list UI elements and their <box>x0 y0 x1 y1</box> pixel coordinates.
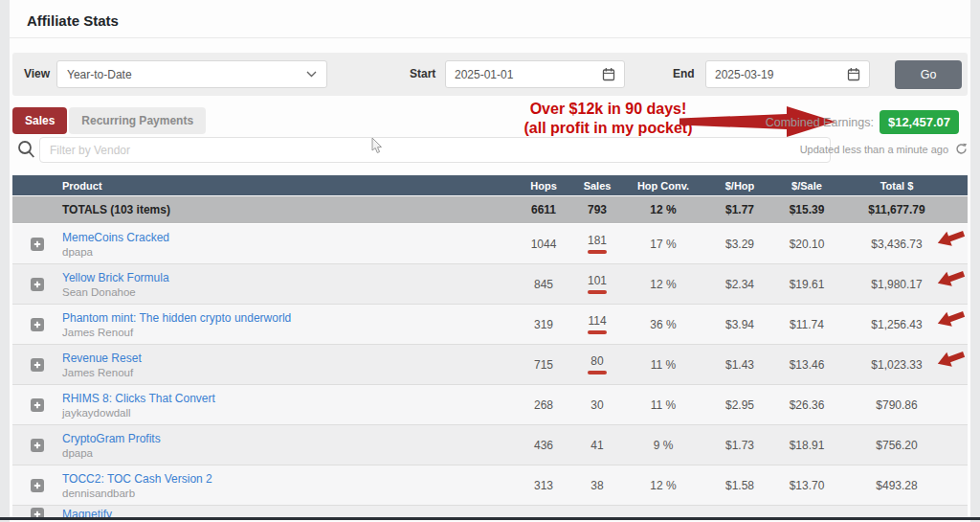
per-hop-value: $2.34 <box>710 278 769 291</box>
vendor-name: James Renouf <box>62 327 509 338</box>
end-date-value: 2025-03-19 <box>715 68 773 81</box>
hops-value: 1044 <box>509 238 578 251</box>
updated-status: Updated less than a minute ago <box>800 143 968 155</box>
content-card: Affiliate Stats View Year-to-Date Start … <box>10 0 970 522</box>
per-sale-value: $20.10 <box>769 238 844 251</box>
hop-conv-value <box>616 506 710 508</box>
expand-row-button[interactable] <box>31 479 44 492</box>
view-label: View <box>24 67 50 80</box>
refresh-icon[interactable] <box>955 143 968 155</box>
plus-icon <box>33 401 41 409</box>
per-sale-value: $13.70 <box>769 479 844 492</box>
chevron-down-icon <box>306 71 317 78</box>
product-link[interactable]: CryptoGram Profits <box>62 432 509 445</box>
red-arrow-icon <box>935 307 966 330</box>
start-date-label: Start <box>410 67 435 80</box>
totals-hop-conv: 12 % <box>616 203 710 216</box>
plus-icon <box>33 281 41 288</box>
totals-sales: 793 <box>578 203 616 216</box>
expand-row-button[interactable] <box>31 318 44 331</box>
per-hop-value: $1.43 <box>710 358 769 372</box>
total-value: $3,436.73 <box>844 238 949 251</box>
sales-value: 41 <box>578 439 616 452</box>
plus-icon <box>33 482 41 489</box>
calendar-icon <box>602 67 615 81</box>
total-value <box>844 506 949 508</box>
red-underline-mark <box>588 290 607 294</box>
vendor-filter-row: Updated less than a minute ago <box>12 137 968 166</box>
plus-icon <box>33 240 41 248</box>
hop-conv-value: 11 % <box>616 358 710 372</box>
vendor-name: James Renouf <box>62 367 509 378</box>
vendor-name: dennisandbarb <box>62 488 509 499</box>
expand-row-button[interactable] <box>31 439 44 452</box>
per-hop-value: $1.73 <box>710 439 769 452</box>
per-sale-value: $19.61 <box>769 278 844 291</box>
product-link[interactable]: Phantom mint: The hidden crypto underwor… <box>62 311 509 325</box>
per-sale-value <box>769 506 844 508</box>
total-value: $1,023.33 <box>844 358 949 372</box>
stats-table: Product Hops Sales Hop Conv. $/Hop $/Sal… <box>12 175 968 520</box>
product-link[interactable]: Yellow Brick Formula <box>62 271 509 284</box>
vendor-filter-input[interactable] <box>39 137 831 163</box>
page-header: Affiliate Stats <box>10 0 970 38</box>
header-product: Product <box>62 180 509 192</box>
totals-per-sale: $15.39 <box>769 203 844 216</box>
expand-row-button[interactable] <box>31 238 44 251</box>
expand-row-button[interactable] <box>31 398 44 412</box>
page-title: Affiliate Stats <box>27 12 970 29</box>
vendor-name: Sean Donahoe <box>62 286 509 298</box>
table-row: Yellow Brick FormulaSean Donahoe84510112… <box>12 264 968 305</box>
expand-row-button[interactable] <box>31 358 44 372</box>
product-link[interactable]: Revenue Reset <box>62 352 509 365</box>
red-underline-mark <box>588 250 607 254</box>
per-sale-value: $11.74 <box>769 318 844 331</box>
hops-value: 319 <box>509 318 578 331</box>
table-row: Revenue ResetJames Renouf7158011 %$1.43$… <box>12 345 968 385</box>
hop-conv-value: 17 % <box>616 238 710 251</box>
combined-earnings: Combined Earnings: $12,457.07 <box>766 110 959 134</box>
tab-sales[interactable]: Sales <box>12 107 67 134</box>
product-link[interactable]: RHIMS 8: Clicks That Convert <box>62 392 509 405</box>
totals-per-hop: $1.77 <box>710 203 769 216</box>
red-underline-mark <box>588 371 607 374</box>
table-row: MemeCoins Crackeddpapa104418117 %$3.29$2… <box>12 224 968 264</box>
vendor-name: jaykaydowdall <box>62 407 509 419</box>
header-per-hop: $/Hop <box>710 180 769 192</box>
combined-earnings-badge: $12,457.07 <box>880 110 959 134</box>
table-row: TOCC2: TOC Cash Version 2dennisandbarb31… <box>12 465 968 506</box>
header-per-sale: $/Sale <box>769 180 844 192</box>
tab-recurring-payments[interactable]: Recurring Payments <box>69 107 206 134</box>
per-hop-value <box>710 506 769 508</box>
sales-value: 101 <box>578 274 616 294</box>
header-total: Total $ <box>844 180 949 192</box>
total-value: $493.28 <box>844 479 949 492</box>
hops-value <box>509 506 578 508</box>
red-underline-mark <box>588 330 607 334</box>
start-date-input[interactable]: 2025-01-01 <box>445 60 625 88</box>
per-sale-value: $26.36 <box>769 398 844 412</box>
red-arrow-icon <box>935 348 966 371</box>
hop-conv-value: 12 % <box>616 278 710 291</box>
table-row: RHIMS 8: Clicks That Convertjaykaydowdal… <box>12 385 968 425</box>
end-date-input[interactable]: 2025-03-19 <box>705 60 870 88</box>
sales-value: 181 <box>578 234 616 254</box>
go-button[interactable]: Go <box>895 60 962 89</box>
mouse-cursor <box>371 138 384 155</box>
sales-value: 114 <box>578 314 616 334</box>
product-link[interactable]: TOCC2: TOC Cash Version 2 <box>62 472 509 486</box>
hops-value: 436 <box>509 439 578 452</box>
plus-icon <box>33 361 41 369</box>
per-hop-value: $1.58 <box>710 479 769 492</box>
hop-conv-value: 11 % <box>616 398 710 412</box>
total-value: $790.86 <box>844 398 949 412</box>
header-hop-conv: Hop Conv. <box>616 180 710 192</box>
table-row: CryptoGram Profitsdpapa436419 %$1.73$18.… <box>12 425 968 465</box>
view-select[interactable]: Year-to-Date <box>56 60 327 88</box>
totals-row: TOTALS (103 items) 6611 793 12 % $1.77 $… <box>12 196 968 224</box>
filter-bar: View Year-to-Date Start 2025-01-01 End 2… <box>12 53 968 96</box>
product-link[interactable]: MemeCoins Cracked <box>62 231 509 244</box>
annotation-text: Over $12k in 90 days! (all profit in my … <box>515 100 702 138</box>
expand-row-button[interactable] <box>31 278 44 291</box>
hops-value: 268 <box>509 398 578 412</box>
